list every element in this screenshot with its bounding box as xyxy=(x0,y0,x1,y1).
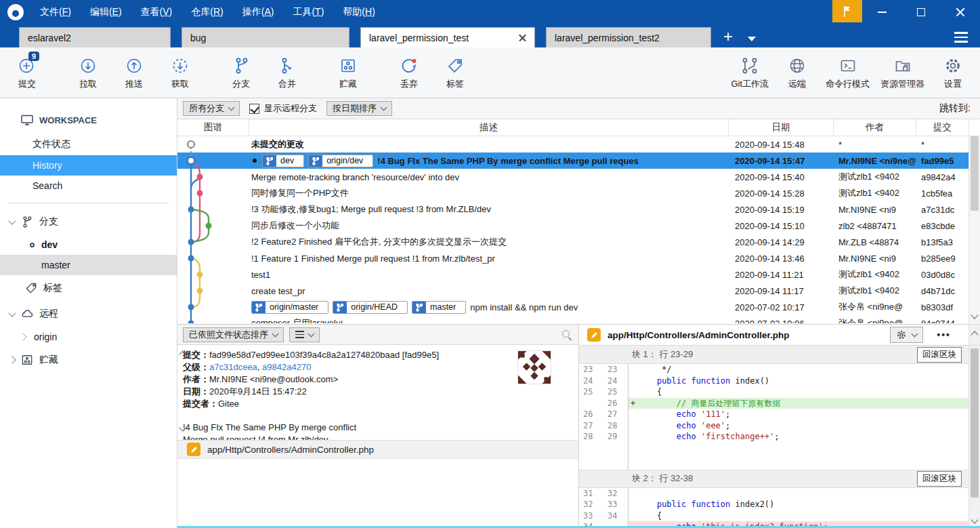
menu-T[interactable]: 工具(T) xyxy=(286,3,331,21)
branch-ref-badge[interactable]: origin/HEAD xyxy=(333,301,408,314)
tab-dropdown-caret-icon[interactable] xyxy=(748,37,756,41)
maximize-button[interactable] xyxy=(901,0,941,24)
sidebar-item-history[interactable]: History xyxy=(0,155,177,176)
close-button[interactable] xyxy=(941,0,980,24)
parent-commit-link[interactable]: a7c31dceea xyxy=(209,362,257,372)
search-icon[interactable] xyxy=(561,329,573,341)
repo-tab-laravel_permission_test2[interactable]: laravel_permission_test2 xyxy=(546,27,711,47)
branch-ref-badge[interactable]: dev xyxy=(262,155,304,167)
header-commit[interactable]: 提交 xyxy=(916,119,968,136)
view-mode-dropdown[interactable] xyxy=(289,327,320,342)
rollback-hunk-button[interactable]: 回滚区块 xyxy=(917,347,962,363)
workspace-label: WORKSPACE xyxy=(39,115,97,125)
workflow-button[interactable]: Git工作流 xyxy=(731,56,769,90)
minimize-button[interactable] xyxy=(862,0,901,24)
add-tab-button[interactable]: + xyxy=(723,24,733,45)
commit-row[interactable]: !2 Feature2 Finished 扁平化合并, 分支中的多次提交显示一次… xyxy=(177,234,980,250)
show-remote-checkbox[interactable] xyxy=(249,104,259,114)
menu-A[interactable]: 操作(A) xyxy=(236,3,281,21)
discard-button[interactable]: 丢弃 xyxy=(391,56,427,90)
merge-button[interactable]: 合并 xyxy=(270,56,305,90)
commit-row[interactable]: !1 Feature 1 Finished Merge pull request… xyxy=(177,250,980,266)
scrollbar-thumb[interactable] xyxy=(971,136,979,211)
branch-filter-dropdown[interactable]: 所有分支 xyxy=(183,101,240,116)
commit-row[interactable]: devorigin/dev!4 Bug FIx The Same PHP By … xyxy=(177,153,980,169)
commit-hash: 84c0744 xyxy=(916,319,968,324)
commit-author: 测试zlb1 <9402 xyxy=(833,285,916,297)
commit-row[interactable]: !3 功能修改,修复bug1; Merge pull request !3 fr… xyxy=(177,201,980,218)
branch-ref-badge[interactable]: master xyxy=(412,301,466,314)
push-button[interactable]: 推送 xyxy=(116,56,152,90)
sidebar-item-file-status[interactable]: 文件状态 xyxy=(0,134,177,155)
detail-author: 作者：Mr.NI9NE <ni9ne@outlook.com> xyxy=(183,373,538,386)
commit-button[interactable]: 9提交 xyxy=(9,56,45,90)
close-tab-icon[interactable] xyxy=(518,34,526,42)
terminal-button[interactable]: 命令行模式 xyxy=(826,56,870,90)
sidebar-section-remotes[interactable]: 远程 xyxy=(0,301,177,327)
scroll-down-icon[interactable] xyxy=(971,311,978,319)
header-description[interactable]: 描述 xyxy=(249,119,728,136)
commit-row[interactable]: origin/masterorigin/HEADmasternpm instal… xyxy=(177,299,980,315)
sidebar-section-branches[interactable]: 分支 xyxy=(0,209,177,235)
sidebar-branch-master[interactable]: master xyxy=(0,255,177,275)
tab-overflow-menu-icon[interactable] xyxy=(954,32,968,42)
file-sort-dropdown[interactable]: 已依照文件状态排序 xyxy=(183,327,284,342)
commit-row[interactable]: 同时修复同一个PHP文件2020-09-14 15:28测试zlb1 <9402… xyxy=(177,185,980,201)
flag-button[interactable] xyxy=(832,0,862,22)
sidebar-item-search[interactable]: Search xyxy=(0,176,177,196)
scroll-down-icon[interactable] xyxy=(971,516,978,523)
tab-label: bug xyxy=(190,33,341,43)
changed-file-row[interactable]: app/Http/Controllers/AdminController.php xyxy=(177,440,578,459)
branch-ref-badge[interactable]: origin/master xyxy=(251,301,328,314)
sidebar-remote-origin[interactable]: origin xyxy=(0,327,177,347)
tag-button[interactable]: 标签 xyxy=(438,56,473,90)
header-date[interactable]: 日期 xyxy=(728,119,833,136)
commit-list-scrollbar[interactable] xyxy=(968,136,980,323)
chevron-down-icon xyxy=(308,330,315,337)
sidebar-section-tags[interactable]: 标签 xyxy=(0,275,177,301)
folder-button[interactable]: 资源管理器 xyxy=(880,56,924,90)
branches-label: 分支 xyxy=(39,216,58,228)
stash-button[interactable]: 贮藏 xyxy=(331,56,366,90)
repo-tab-laravel_permission_test[interactable]: laravel_permission_test xyxy=(360,27,535,47)
rollback-hunk-button[interactable]: 回滚区块 xyxy=(917,471,962,487)
sidebar-section-stash[interactable]: 贮藏 xyxy=(0,347,177,373)
header-graph[interactable]: 图谱 xyxy=(177,119,249,136)
diff-scrollbar-top[interactable] xyxy=(968,325,980,345)
menu-E[interactable]: 编辑(E) xyxy=(83,3,129,21)
menu-V[interactable]: 查看(V) xyxy=(134,3,179,21)
show-remote-checkbox-group[interactable]: 显示远程分支 xyxy=(249,102,317,115)
commit-row[interactable]: composer 启用laravelui2020-07-02 10:06张令帛 … xyxy=(177,315,980,323)
fetch-button[interactable]: 获取 xyxy=(163,56,198,90)
menu-R[interactable]: 仓库(R) xyxy=(184,3,230,21)
parent-commit-link[interactable]: a9842a4270 xyxy=(262,362,311,372)
scrollbar-thumb[interactable] xyxy=(971,348,979,497)
commit-row[interactable]: 未提交的更改2020-09-14 15:48** xyxy=(177,136,980,153)
hunk-title: 块 2： 行 32-38 xyxy=(632,472,693,485)
more-options-icon[interactable]: ••• xyxy=(937,329,951,340)
globe-button[interactable]: 远端 xyxy=(780,56,815,90)
branch-button[interactable]: 分支 xyxy=(223,56,259,90)
commit-row[interactable]: test12020-09-14 11:21测试zlb1 <940203d0d8c xyxy=(177,266,980,283)
branch-ref-badge[interactable]: origin/dev xyxy=(308,155,373,167)
commit-row[interactable]: 同步后修改一个小功能2020-09-14 15:10zlb2 <4887471e… xyxy=(177,218,980,234)
pull-button[interactable]: 拉取 xyxy=(70,56,106,90)
gear-button[interactable]: 设置 xyxy=(935,56,971,90)
sort-dropdown[interactable]: 按日期排序 xyxy=(326,101,392,116)
commit-row[interactable]: create test_pr2020-09-14 11:17测试zlb1 <94… xyxy=(177,283,980,299)
close-icon xyxy=(956,7,965,17)
repo-tab-bug[interactable]: bug xyxy=(182,27,349,47)
scroll-up-icon[interactable] xyxy=(971,331,978,338)
menu-H[interactable]: 帮助(H) xyxy=(336,3,381,21)
commit-row[interactable]: Merge remote-tracking branch 'resource/d… xyxy=(177,169,980,185)
repo-tab-eslaravel2[interactable]: eslaravel2 xyxy=(19,27,171,47)
tab-label: laravel_permission_test2 xyxy=(555,33,702,43)
old-line-number: 26 xyxy=(579,409,603,420)
diff-scrollbar[interactable] xyxy=(968,346,980,528)
header-author[interactable]: 作者 xyxy=(833,119,916,136)
sidebar-branch-dev[interactable]: dev xyxy=(0,235,177,255)
commit-hash: a9842a4 xyxy=(916,172,968,182)
diff-settings-dropdown[interactable] xyxy=(890,327,923,343)
branch-icon xyxy=(309,155,322,167)
menu-F[interactable]: 文件(F) xyxy=(33,3,78,21)
